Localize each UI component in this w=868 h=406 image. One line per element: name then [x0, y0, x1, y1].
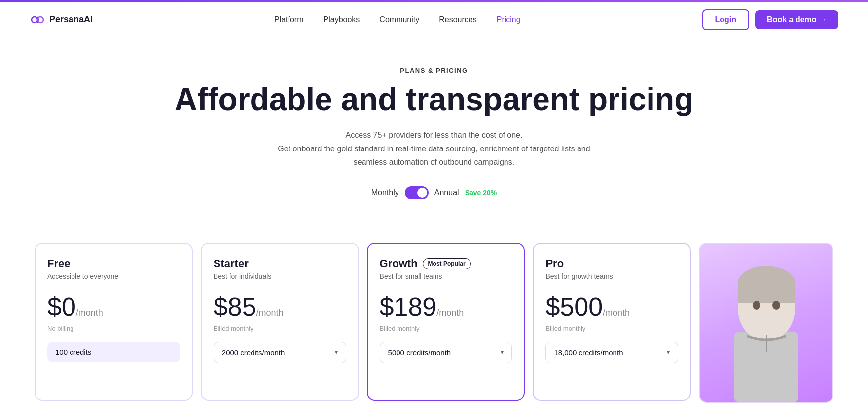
hero-section: PLANS & PRICING Affordable and transpare…	[0, 37, 868, 243]
svg-point-7	[753, 301, 760, 310]
plan-desc-starter: Best for individuals	[214, 272, 346, 280]
svg-point-0	[32, 17, 37, 23]
plan-price-starter: $85/month	[214, 292, 346, 322]
plan-note-free: No billing	[47, 325, 180, 332]
plan-name-starter: Starter	[214, 258, 346, 270]
login-button[interactable]: Login	[702, 9, 750, 30]
plan-price-free: $0/month	[47, 292, 180, 322]
credits-dropdown-pro[interactable]: 18,000 credits/month ▾	[545, 342, 678, 363]
nav-resources[interactable]: Resources	[439, 15, 476, 24]
plan-card-enterprise	[699, 243, 833, 403]
logo-text: PersanaAI	[49, 14, 93, 25]
annual-label: Annual	[434, 188, 459, 197]
plan-note-pro: Billed monthly	[545, 325, 678, 332]
plan-card-pro: Pro Best for growth teams $500/month Bil…	[533, 243, 691, 401]
chevron-down-icon: ▾	[667, 349, 670, 356]
credits-dropdown-starter[interactable]: 2000 credits/month ▾	[214, 342, 346, 363]
most-popular-badge: Most Popular	[423, 258, 471, 269]
logo[interactable]: PersanaAI	[30, 12, 93, 28]
credits-dropdown-growth[interactable]: 5000 credits/month ▾	[380, 342, 512, 363]
plan-name-pro: Pro	[545, 258, 678, 270]
plan-desc-growth: Best for small teams	[380, 272, 512, 280]
nav-links: Platform Playbooks Community Resources P…	[274, 15, 521, 24]
chevron-down-icon: ▾	[501, 349, 504, 356]
plan-card-growth: Growth Most Popular Best for small teams…	[367, 243, 525, 401]
nav-pricing[interactable]: Pricing	[497, 15, 521, 24]
credits-free: 100 credits	[47, 342, 180, 362]
nav-playbooks[interactable]: Playbooks	[324, 15, 360, 24]
plan-price-growth: $189/month	[380, 292, 512, 322]
plan-name-free: Free	[47, 258, 180, 270]
svg-rect-6	[738, 283, 795, 303]
save-badge: Save 20%	[465, 189, 497, 197]
plan-note-starter: Billed monthly	[214, 325, 346, 332]
nav-platform[interactable]: Platform	[274, 15, 304, 24]
pricing-cards: Free Accessible to everyone $0/month No …	[15, 243, 853, 406]
plan-card-starter: Starter Best for individuals $85/month B…	[201, 243, 359, 401]
enterprise-ai-image	[700, 244, 832, 402]
svg-point-8	[772, 301, 780, 310]
hero-title: Affordable and transparent pricing	[20, 82, 848, 116]
plan-card-free: Free Accessible to everyone $0/month No …	[35, 243, 193, 401]
plan-desc-pro: Best for growth teams	[545, 272, 678, 280]
monthly-label: Monthly	[371, 188, 399, 197]
plan-desc-free: Accessible to everyone	[47, 272, 180, 280]
chevron-down-icon: ▾	[335, 349, 338, 356]
plan-price-pro: $500/month	[545, 292, 678, 322]
plan-name-growth: Growth Most Popular	[380, 258, 512, 270]
toggle-knob	[417, 188, 427, 198]
hero-description: Access 75+ providers for less than the c…	[261, 128, 607, 169]
book-demo-button[interactable]: Book a demo →	[755, 10, 838, 29]
hero-label: PLANS & PRICING	[20, 67, 848, 74]
nav-community[interactable]: Community	[379, 15, 419, 24]
plan-note-growth: Billed monthly	[380, 325, 512, 332]
navbar: PersanaAI Platform Playbooks Community R…	[0, 2, 868, 37]
nav-actions: Login Book a demo →	[702, 9, 838, 30]
billing-toggle: Monthly Annual Save 20%	[20, 186, 848, 199]
billing-toggle-switch[interactable]	[405, 186, 429, 199]
